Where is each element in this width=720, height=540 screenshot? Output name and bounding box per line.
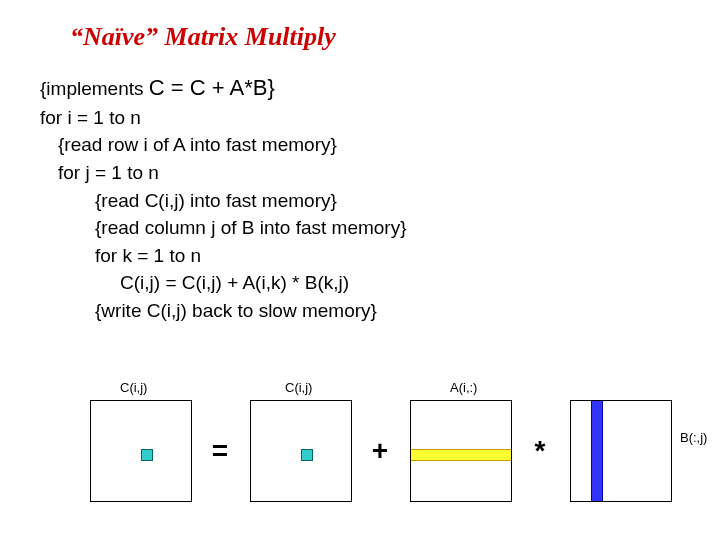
label-a-row: A(i,:) [450,380,477,395]
cell-cij-left [141,449,153,461]
label-c-right: C(i,j) [285,380,312,395]
times-sign: * [528,435,552,467]
matrix-c-left [90,400,192,502]
code-line-1: {implements C = C + A*B} [40,72,407,104]
code-line-9: {write C(i,j) back to slow memory} [95,297,407,325]
plus-sign: + [368,435,392,467]
a-row-strip [411,449,511,461]
matrix-b [570,400,672,502]
code-line-2: for i = 1 to n [40,104,407,132]
code-line-3: {read row i of A into fast memory} [58,131,407,159]
cell-cij-right [301,449,313,461]
code-line-6: {read column j of B into fast memory} [95,214,407,242]
code-line-7: for k = 1 to n [95,242,407,270]
code-line-4: for j = 1 to n [58,159,407,187]
equals-sign: = [208,435,232,467]
code-line-8: C(i,j) = C(i,j) + A(i,k) * B(k,j) [120,269,407,297]
slide-title: “Naïve” Matrix Multiply [70,22,336,52]
code-line-5: {read C(i,j) into fast memory} [95,187,407,215]
label-b-col: B(:,j) [680,430,707,445]
b-col-strip [591,401,603,501]
code-implements-text: {implements [40,78,149,99]
pseudocode-block: {implements C = C + A*B} for i = 1 to n … [40,72,407,324]
matrix-a [410,400,512,502]
code-formula: C = C + A*B} [149,75,275,100]
matrix-c-right [250,400,352,502]
label-c-left: C(i,j) [120,380,147,395]
